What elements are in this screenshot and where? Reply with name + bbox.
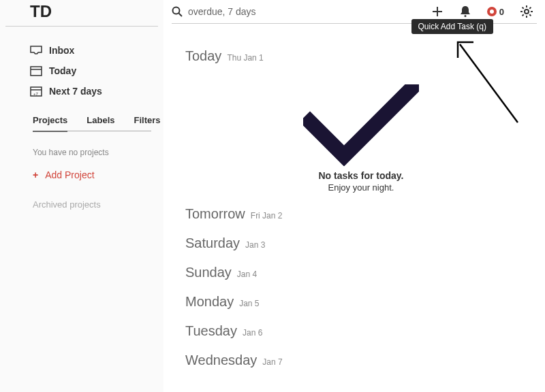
day-date: Jan 6: [243, 328, 262, 338]
nav-label: Inbox: [49, 45, 74, 56]
day-name: Monday: [185, 294, 234, 310]
svg-line-18: [523, 14, 524, 16]
day-header: Monday Jan 5: [185, 294, 537, 310]
svg-line-17: [529, 14, 531, 16]
search-input[interactable]: [188, 6, 365, 17]
day-name: Saturday: [185, 235, 240, 251]
day-header: Sunday Jan 4: [185, 265, 537, 280]
svg-line-19: [529, 7, 531, 9]
calendar-7-icon: +7: [30, 85, 42, 97]
svg-point-11: [525, 10, 529, 14]
day-name: Today: [185, 48, 221, 64]
nav-next7[interactable]: +7 Next 7 days: [5, 81, 158, 101]
notifications-button[interactable]: [460, 5, 471, 18]
day-date: Jan 7: [262, 357, 282, 367]
no-projects-text: You have no projects: [33, 148, 158, 157]
sidebar-tabs: Projects Labels Filters: [33, 114, 151, 131]
svg-point-6: [173, 7, 180, 14]
tab-filters[interactable]: Filters: [134, 114, 161, 127]
app-logo: TD: [30, 0, 158, 26]
archived-projects-link[interactable]: Archived projects: [33, 199, 158, 210]
day-name: Tuesday: [185, 323, 237, 339]
sidebar: TD Inbox Today +7 Next 7 days Projects: [0, 0, 164, 392]
day-name: Wednesday: [185, 353, 257, 368]
checkmark-icon: [303, 84, 419, 166]
svg-text:+7: +7: [33, 92, 39, 96]
day-date: Fri Jan 2: [251, 211, 283, 220]
svg-point-10: [464, 15, 466, 17]
day-name: Sunday: [185, 265, 232, 280]
empty-subtitle: Enjoy your night.: [328, 182, 394, 193]
plus-icon: +: [33, 169, 38, 180]
karma-icon: [487, 7, 497, 16]
search-icon: [172, 6, 183, 17]
inbox-icon: [30, 44, 42, 56]
svg-line-16: [523, 7, 524, 9]
nav-inbox[interactable]: Inbox: [5, 40, 158, 61]
divider: [5, 26, 158, 27]
add-project-label: Add Project: [45, 169, 94, 180]
empty-state: No tasks for today. Enjoy your night.: [185, 84, 537, 193]
svg-line-7: [179, 14, 183, 17]
karma-count: 0: [499, 7, 504, 17]
calendar-icon: [30, 65, 42, 77]
tab-labels[interactable]: Labels: [87, 114, 114, 127]
day-name: Tomorrow: [185, 206, 245, 222]
day-date: Thu Jan 1: [227, 53, 263, 63]
day-date: Jan 3: [245, 240, 265, 250]
settings-button[interactable]: [520, 5, 533, 18]
day-header-today: Today Thu Jan 1: [185, 48, 537, 64]
plus-icon: [431, 5, 443, 18]
bell-icon: [460, 5, 471, 18]
svg-text:TD: TD: [30, 3, 52, 20]
day-header: Tuesday Jan 6: [185, 323, 537, 339]
quick-add-tooltip: Quick Add Task (q): [411, 19, 494, 34]
day-header: Wednesday Jan 7: [185, 353, 537, 368]
day-date: Jan 4: [237, 270, 257, 279]
gear-icon: [520, 5, 533, 18]
empty-title: No tasks for today.: [319, 170, 404, 181]
add-project-button[interactable]: + Add Project: [33, 169, 158, 180]
day-header: Saturday Jan 3: [185, 235, 537, 251]
nav-label: Today: [49, 65, 76, 76]
quick-add-button[interactable]: [431, 5, 443, 18]
day-date: Jan 5: [239, 299, 259, 308]
content: Today Thu Jan 1 No tasks for today. Enjo…: [172, 36, 537, 368]
nav-label: Next 7 days: [49, 86, 102, 97]
topbar: 0 Quick Add Task (q): [172, 0, 537, 23]
nav-today[interactable]: Today: [5, 61, 158, 81]
tab-projects[interactable]: Projects: [33, 114, 67, 132]
main: 0 Quick Add Task (q) Today Thu Jan 1 No …: [164, 0, 545, 392]
karma-button[interactable]: 0: [487, 7, 504, 17]
svg-rect-1: [31, 67, 42, 76]
day-header: Tomorrow Fri Jan 2: [185, 206, 537, 222]
